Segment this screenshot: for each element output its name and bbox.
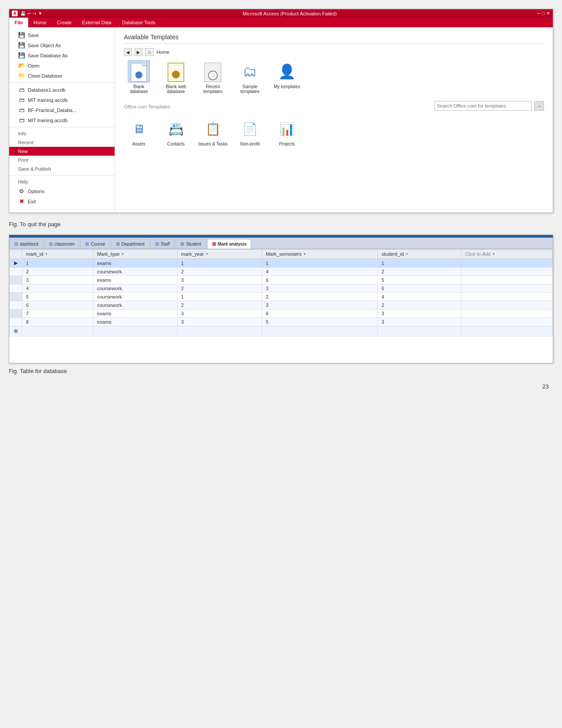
table-row[interactable]: 5 coursework. 1 2 4 [10,293,553,301]
sidebar-help[interactable]: Help [9,177,115,186]
page-number: 23 [9,383,553,390]
col-header-click-to-add[interactable]: Click to Add ▼ [461,250,552,259]
sidebar-info[interactable]: Info [9,129,115,138]
new-cell-mark-semesters [262,326,378,336]
cell-extra-5 [461,293,552,301]
sidebar-recent-db2[interactable]: 🗃 MIT training.accdb [9,95,115,105]
row-selector-8 [10,318,22,326]
col-header-mark-semesters[interactable]: Mark_semesters ▼ [262,250,378,259]
cell-id-4: 4 [22,284,93,293]
sidebar-recent-db1[interactable]: 🗃 Database1.accdb [9,85,115,95]
customize-btn[interactable]: ▼ [38,11,42,16]
new-record-row[interactable]: ✱ [10,326,553,336]
cell-mark-type-7: exams [93,310,178,318]
col-sort-student-id: student_id ▼ [381,251,409,257]
sidebar-recent-db4[interactable]: 🗃 MIT training.accdb [9,115,115,125]
sidebar-save[interactable]: 💾 Save [9,30,115,40]
ribbon: File Home Create External Data Database … [9,18,553,27]
template-nonprofit[interactable]: 📄 Non-profit [235,118,265,146]
table-row[interactable]: 4 coursework. 2 3 6 [10,284,553,293]
contacts-label: Contacts [167,142,184,146]
template-recent[interactable]: 🕐 Recent templates [198,60,228,94]
sidebar-close-database[interactable]: 📁 Close Database [9,71,115,81]
col-header-student-id[interactable]: student_id ▼ [378,250,461,259]
template-contacts[interactable]: 📇 Contacts [161,118,191,146]
sidebar-options[interactable]: ⚙ Options [9,186,115,196]
template-assets[interactable]: 🖥 Assets [124,118,154,146]
tab-database-tools[interactable]: Database Tools [117,18,161,27]
search-go-btn[interactable]: → [534,101,544,111]
tab-classroom[interactable]: ⊞ classroom [44,239,80,249]
template-projects[interactable]: 📊 Projects [272,118,302,146]
web-db-icon [167,61,185,82]
sidebar-exit[interactable]: ✖ Exit [9,196,115,206]
tab-external-data[interactable]: External Data [77,18,117,27]
row-selector-2 [10,268,22,276]
template-blank-web-db[interactable]: Blank web database [161,60,191,94]
cell-id-1: 1 [22,259,93,268]
new-cell-extra [461,326,552,336]
cell-mark-semesters-5: 2 [262,293,378,301]
cell-id-2: 2 [22,268,93,276]
col-header-mark-type[interactable]: Mark_type ▼ [93,250,178,259]
table-row[interactable]: ▶ 1 exams 1 1 1 [10,259,553,268]
redo-btn[interactable]: ↪ [33,11,36,16]
tab-student[interactable]: ⊞ Student [175,239,206,249]
recent-icon: 🕐 [204,61,222,82]
cell-student-id-5: 4 [378,293,461,301]
db-icon-4: 🗃 [18,117,25,123]
tab-file[interactable]: File [9,18,28,27]
new-cell-mark-year [177,326,262,336]
header-selector [10,250,22,259]
table-row[interactable]: 3 exams 3 6 5 [10,276,553,284]
assets-icon-area: 🖥 [128,118,150,140]
table-row[interactable]: 6 coursework. 2 3 2 [10,301,553,310]
undo-btn[interactable]: ↩ [27,11,31,16]
sidebar-save-object-as[interactable]: 💾 Save Object As [9,40,115,50]
table-footer-space [9,336,553,363]
sidebar-open[interactable]: 📂 Open [9,60,115,71]
col-sort-mark-year: mark_year ▼ [181,251,209,257]
sidebar-new[interactable]: New [9,147,115,156]
nav-home-btn[interactable]: ⌂ [145,48,154,56]
window-title: Microsoft Access (Product Activation Fai… [242,11,337,16]
cell-extra-6 [461,301,552,310]
template-blank-db[interactable]: Blank database [124,60,154,94]
cell-mark-year-5: 1 [177,293,262,301]
new-row-selector: ✱ [10,326,22,336]
sidebar-save-database-as[interactable]: 💾 Save Database As [9,50,115,60]
nav-forward-btn[interactable]: ▶ [134,48,142,56]
cell-id-7: 7 [22,310,93,318]
issues-icon-area: 📋 [202,118,224,140]
template-my[interactable]: 👤 My templates [272,60,302,94]
table-row[interactable]: 2 coursework. 2 4 2 [10,268,553,276]
template-sample[interactable]: 🗂 Sample templates [235,60,265,94]
table-window: ⊞ dashbord ⊞ classroom ⊞ Course ⊞ Depart… [9,235,553,363]
db-icon-3: 🗃 [18,107,25,113]
web-db-label: Blank web database [161,84,191,94]
classroom-tab-icon: ⊞ [49,241,53,247]
sidebar-print[interactable]: Print [9,156,115,164]
table-row[interactable]: 8 exams 3 5 3 [10,318,553,326]
tab-home[interactable]: Home [28,18,52,27]
cell-mark-semesters-4: 3 [262,284,378,293]
tab-department[interactable]: ⊞ Department [111,239,149,249]
template-issues[interactable]: 📋 Issues & Tasks [198,118,228,146]
nav-back-btn[interactable]: ◀ [124,48,132,56]
sidebar-save-publish[interactable]: Save & Publish [9,164,115,173]
tab-create[interactable]: Create [52,18,77,27]
projects-icon-area: 📊 [276,118,298,140]
table-row[interactable]: 7 exams 3 6 3 [10,310,553,318]
col-header-mark-id[interactable]: mark_id ▼ [22,250,93,259]
sidebar-recent[interactable]: Recent [9,138,115,147]
template-search-input[interactable] [435,101,532,111]
recent-clock: 🕐 [208,71,218,80]
tab-course[interactable]: ⊞ Course [80,239,110,249]
close-db-icon: 📁 [18,72,25,79]
save-quick-btn[interactable]: 💾 [20,11,26,16]
tab-staff[interactable]: ⊞ Staff [150,239,175,249]
sidebar-recent-db3[interactable]: 🗃 BF-Practical_Databa... [9,105,115,115]
col-header-mark-year[interactable]: mark_year ▼ [177,250,262,259]
tab-dashbord[interactable]: ⊞ dashbord [9,239,43,249]
tab-mark-analysis[interactable]: ⊞ Mark analysis [207,239,252,249]
